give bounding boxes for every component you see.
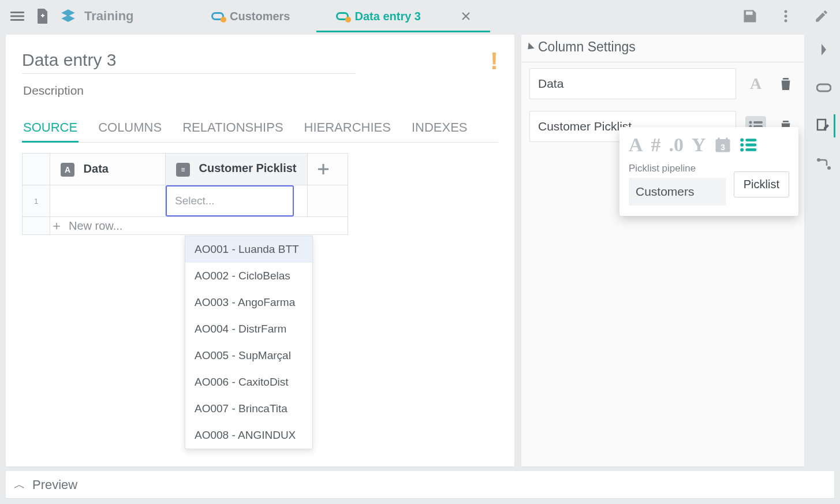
dropdown-option[interactable]: AO004 - DistrFarm — [185, 316, 312, 342]
delete-column-button[interactable] — [775, 73, 796, 94]
svg-point-24 — [740, 148, 744, 151]
subtab-hierarchies[interactable]: HIERARCHIES — [303, 119, 392, 142]
rail-columns-button[interactable] — [812, 114, 835, 137]
svg-rect-23 — [745, 144, 756, 147]
dropdown-option[interactable]: AO007 - BrincaTita — [185, 395, 312, 422]
close-tab-button[interactable] — [461, 12, 471, 21]
type-text-button[interactable]: A — [745, 73, 766, 94]
data-grid: A Data ≡ Customer Picklist — [22, 153, 348, 235]
pipeline-icon — [816, 83, 831, 93]
save-button[interactable] — [737, 3, 763, 29]
plus-icon — [318, 164, 328, 174]
svg-rect-4 — [42, 14, 43, 17]
column-header-label: Data — [84, 162, 109, 175]
picklist-pipeline-label: Picklist pipeline — [629, 163, 726, 174]
editor-panel: ! SOURCE COLUMNS RELATIONSHIPS HIERARCHI… — [6, 35, 514, 466]
chevron-up-icon: ︿ — [14, 477, 25, 492]
file-plus-icon — [36, 8, 50, 24]
svg-rect-1 — [10, 16, 24, 17]
svg-rect-26 — [817, 84, 831, 91]
subtab-strip: SOURCE COLUMNS RELATIONSHIPS HIERARCHIES… — [22, 119, 498, 143]
chevron-right-icon — [819, 43, 828, 57]
collapse-icon — [525, 42, 534, 51]
svg-point-29 — [827, 166, 831, 170]
settings-header[interactable]: Column Settings — [521, 35, 804, 62]
subtab-source[interactable]: SOURCE — [22, 119, 79, 142]
svg-text:3: 3 — [720, 143, 725, 152]
dropdown-option[interactable]: AO006 - CaxitoDist — [185, 369, 312, 395]
rail-relationships-button[interactable] — [812, 152, 835, 176]
new-file-button[interactable] — [30, 3, 55, 29]
save-icon — [742, 8, 758, 24]
column-name-input[interactable]: Data — [529, 68, 736, 99]
table-row: 1 Select... — [23, 185, 348, 217]
subtab-relationships[interactable]: RELATIONSHIPS — [181, 119, 284, 142]
dropdown-option[interactable]: AO003 - AngoFarma — [185, 289, 312, 316]
warning-icon: ! — [490, 47, 498, 75]
calendar-icon: 3 — [714, 136, 731, 154]
rownum-cell: 1 — [23, 185, 50, 217]
svg-point-20 — [740, 139, 744, 142]
tab-customers[interactable]: Customers — [188, 0, 313, 32]
edit-button[interactable] — [809, 3, 834, 29]
type-integer-option[interactable]: # — [651, 134, 661, 156]
close-icon — [461, 12, 471, 21]
svg-point-22 — [740, 143, 744, 147]
svg-rect-17 — [718, 138, 720, 141]
subtab-columns[interactable]: COLUMNS — [97, 119, 163, 142]
pipeline-icon — [211, 12, 224, 20]
more-button[interactable] — [773, 3, 798, 29]
settings-title: Column Settings — [538, 39, 636, 55]
preview-label: Preview — [32, 477, 77, 492]
page-title-input[interactable] — [22, 49, 356, 74]
menu-button[interactable] — [5, 3, 30, 29]
subtab-indexes[interactable]: INDEXES — [410, 119, 469, 142]
tab-label: Customers — [230, 10, 290, 23]
picklist-cell[interactable]: Select... — [166, 185, 308, 217]
data-entry-icon — [336, 12, 349, 20]
type-decimal-option[interactable]: .0 — [669, 134, 684, 156]
layers-button[interactable] — [55, 3, 81, 29]
rail-pipeline-button[interactable] — [812, 76, 835, 99]
type-boolean-option[interactable]: Y — [692, 134, 706, 156]
column-header-customer-picklist[interactable]: ≡ Customer Picklist — [166, 154, 308, 185]
column-type-popover: A # .0 Y 3 Picklist pipeline Customers P… — [619, 127, 798, 216]
dropdown-option[interactable]: AO002 - CicloBelas — [185, 263, 312, 289]
breadcrumb: Training — [84, 9, 154, 24]
picklist-type-icon: ≡ — [176, 163, 190, 177]
type-selector: A # .0 Y 3 — [629, 134, 789, 156]
column-header-data[interactable]: A Data — [50, 154, 166, 185]
preview-toggle[interactable]: ︿ Preview — [6, 471, 834, 498]
tab-strip: Customers Data entry 3 — [188, 0, 737, 32]
settings-column-row: Data A — [521, 62, 804, 105]
column-settings-panel: Column Settings Data A Customer Picklist… — [521, 35, 804, 466]
data-cell[interactable] — [50, 185, 166, 217]
svg-rect-25 — [745, 148, 756, 151]
rownum-header — [23, 154, 50, 185]
svg-rect-18 — [726, 138, 728, 141]
trash-icon — [779, 76, 792, 91]
list-icon — [740, 138, 757, 152]
picklist-chip[interactable]: Picklist — [734, 171, 789, 197]
flow-icon — [816, 158, 831, 170]
type-text-option[interactable]: A — [629, 134, 643, 156]
new-row-button[interactable]: ＋New row... — [23, 217, 348, 235]
picklist-dropdown[interactable]: AO001 - Luanda BTT AO002 - CicloBelas AO… — [185, 236, 313, 449]
svg-rect-11 — [753, 121, 763, 124]
description-input[interactable] — [22, 83, 356, 98]
picklist-pipeline-select[interactable]: Customers — [629, 178, 726, 206]
dropdown-option[interactable]: AO008 - ANGINDUX — [185, 422, 312, 449]
layers-icon — [60, 8, 76, 24]
dropdown-option[interactable]: AO005 - SupMarçal — [185, 342, 312, 369]
type-date-option[interactable]: 3 — [714, 136, 731, 154]
dropdown-option[interactable]: AO001 - Luanda BTT — [185, 236, 312, 263]
select-input[interactable]: Select... — [166, 185, 294, 216]
svg-point-5 — [785, 10, 787, 13]
hamburger-icon — [10, 9, 24, 23]
add-column-button[interactable] — [307, 154, 348, 185]
type-picklist-option[interactable] — [740, 138, 757, 152]
right-rail — [808, 32, 840, 471]
svg-point-10 — [749, 121, 752, 124]
rail-expand-button[interactable] — [812, 38, 835, 61]
tab-data-entry-3[interactable]: Data entry 3 — [313, 0, 494, 32]
